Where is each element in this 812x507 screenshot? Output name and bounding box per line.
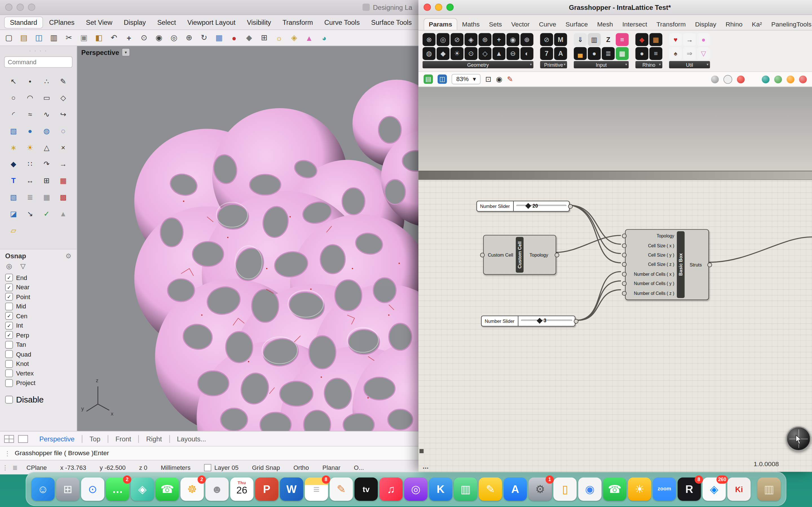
group-label[interactable]: Input ▾: [574, 61, 629, 68]
rhino-app-icon[interactable]: R 8: [677, 477, 701, 501]
trash-icon[interactable]: ▥: [757, 477, 781, 501]
osnap-toggle-truncated[interactable]: O...: [347, 464, 370, 471]
rhino-menu-tab[interactable]: Set View: [81, 17, 117, 28]
number-slider-cell-size[interactable]: Number Slider 20: [476, 201, 570, 212]
close-button[interactable]: [423, 4, 431, 11]
category-tab[interactable]: Vector: [507, 18, 534, 30]
component-icon[interactable]: ⊖: [506, 47, 519, 60]
canvas-zoom-select[interactable]: 83% ▾: [452, 74, 481, 84]
category-tab[interactable]: Surface: [561, 18, 592, 30]
zoom-icon[interactable]: zoom: [653, 477, 676, 501]
filter-icon[interactable]: ▽: [20, 262, 26, 270]
component-input-row[interactable]: Number of Cells ( z ): [627, 289, 677, 297]
checkbox[interactable]: ✓: [5, 283, 13, 291]
component-name[interactable]: Basic Box: [677, 231, 685, 298]
component-icon[interactable]: Z: [602, 33, 615, 46]
component-icon[interactable]: ◍: [423, 47, 436, 60]
osnap-option[interactable]: ✓ Perp: [5, 331, 71, 339]
units-indicator[interactable]: Millimeters: [154, 464, 197, 471]
category-tab[interactable]: Mesh: [592, 18, 617, 30]
notes-icon[interactable]: ≡ 8: [305, 477, 328, 501]
toolbar-icon[interactable]: +: [123, 32, 135, 43]
settings-icon[interactable]: ⚙ 1: [528, 477, 552, 501]
component-input-row[interactable]: Cell Size ( y ): [627, 251, 677, 260]
checkbox[interactable]: [5, 369, 13, 377]
component-name[interactable]: Custom Cell: [516, 237, 523, 273]
component-icon[interactable]: ◎: [437, 33, 449, 46]
preview-eye-icon[interactable]: ◉: [496, 75, 502, 83]
tool-icon[interactable]: ▭: [40, 92, 53, 104]
chevron-down-icon[interactable]: ▾: [122, 48, 130, 56]
toolbar-icon[interactable]: ◆: [243, 32, 255, 43]
grasshopper-titlebar[interactable]: Grasshopper - IntraLattice Test*: [418, 0, 812, 15]
appstore-icon[interactable]: A: [504, 477, 527, 501]
component-input-row[interactable]: Topology: [627, 231, 677, 240]
tool-icon[interactable]: ✓: [40, 208, 53, 220]
tool-icon[interactable]: ∷: [24, 158, 36, 170]
minimize-button-inactive[interactable]: [17, 4, 24, 11]
category-tab[interactable]: Params: [423, 18, 457, 30]
tool-icon[interactable]: ▩: [57, 191, 69, 203]
toolbar-icon[interactable]: ⊙: [138, 32, 149, 43]
tool-icon[interactable]: ↖: [7, 75, 20, 87]
group-label[interactable]: Primitive ▾: [540, 61, 567, 68]
slider-knob[interactable]: [537, 318, 543, 324]
tool-icon[interactable]: ◪: [7, 208, 20, 220]
component-icon[interactable]: ◆: [636, 33, 649, 46]
planar-toggle[interactable]: Planar: [316, 464, 347, 471]
component-icon[interactable]: ≣: [602, 47, 615, 60]
tool-icon[interactable]: →: [57, 158, 69, 170]
toolbar-icon[interactable]: ◫: [33, 32, 45, 43]
group-label[interactable]: Util ▾: [669, 61, 710, 68]
tool-icon[interactable]: ◆: [7, 158, 20, 170]
photos-icon[interactable]: ☸ 2: [181, 477, 204, 501]
open-file-icon[interactable]: ▤: [423, 74, 433, 83]
grid-snap-toggle[interactable]: Grid Snap: [245, 464, 287, 471]
music-icon[interactable]: ♫: [379, 477, 403, 501]
facetime-icon[interactable]: ☎: [156, 477, 179, 501]
rhino-menu-tab[interactable]: CPlanes: [44, 17, 80, 28]
tool-icon[interactable]: ≈: [24, 108, 36, 121]
preview-mode-icon[interactable]: [762, 75, 770, 83]
component-icon[interactable]: ◉: [506, 33, 519, 46]
component-icon[interactable]: +: [493, 33, 506, 46]
numbers-icon[interactable]: ▥: [454, 477, 477, 501]
freeform-icon[interactable]: ◈: [131, 477, 154, 501]
paintbrush-icon[interactable]: ✎: [507, 75, 513, 83]
tv-icon[interactable]: tv: [354, 477, 378, 501]
toolbar-icon[interactable]: ◕: [319, 32, 330, 43]
tool-icon[interactable]: ∗: [7, 141, 20, 154]
output-socket[interactable]: [568, 204, 573, 209]
checkbox[interactable]: ✓: [5, 312, 13, 320]
osnap-option[interactable]: ✓ Near: [5, 283, 71, 291]
pages-icon[interactable]: ✎: [329, 477, 353, 501]
custom-cell-component[interactable]: Custom Cell Custom Cell Topology: [483, 235, 556, 275]
perspective-viewport[interactable]: Perspective ▾ z y x: [77, 46, 418, 431]
number-slider-cell-count[interactable]: Number Slider 3: [481, 316, 575, 327]
component-input-row[interactable]: Number of Cells ( x ): [627, 270, 677, 279]
tool-icon[interactable]: ●: [24, 125, 36, 137]
preview-mode-icon[interactable]: [737, 75, 745, 83]
books-icon[interactable]: ▯: [553, 477, 577, 501]
tool-icon[interactable]: ↪: [57, 108, 69, 121]
category-tab[interactable]: Ka²: [747, 18, 767, 30]
category-tab[interactable]: Sets: [485, 18, 507, 30]
osnap-option[interactable]: Quad: [5, 350, 71, 358]
panel-drag-handle[interactable]: · · · ·: [0, 48, 77, 53]
checkbox[interactable]: [5, 350, 13, 358]
word-icon[interactable]: W: [280, 477, 303, 501]
osnap-target-icon[interactable]: ◎: [6, 262, 12, 270]
whatsapp-icon[interactable]: ☎: [603, 477, 626, 501]
tool-icon[interactable]: ◜: [7, 108, 20, 121]
category-tab[interactable]: Curve: [534, 18, 561, 30]
component-icon[interactable]: ⊘: [451, 33, 463, 46]
input-socket[interactable]: [622, 262, 627, 267]
toolbar-icon[interactable]: ◈: [289, 32, 300, 43]
preview-mode-icon[interactable]: [711, 75, 719, 83]
cplane-indicator[interactable]: CPlane: [20, 464, 54, 471]
preview-mode-icon[interactable]: [799, 75, 807, 83]
toolbar-icon[interactable]: ▥: [48, 32, 59, 43]
component-input-row[interactable]: Cell Size ( z ): [627, 260, 677, 269]
osnap-disable-option[interactable]: Disable: [5, 395, 71, 404]
zoom-extents-icon[interactable]: ⊡: [485, 75, 492, 83]
